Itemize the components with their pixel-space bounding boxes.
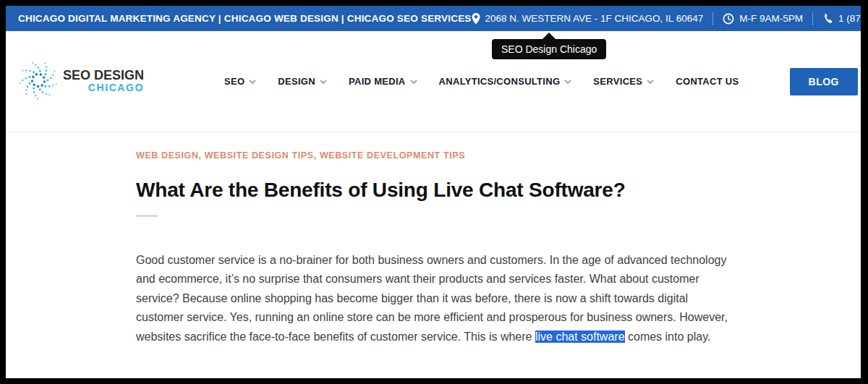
phone-icon: [822, 13, 833, 24]
nav-label: SEO: [224, 76, 244, 87]
category-link-website-development-tips[interactable]: WEBSITE DEVELOPMENT TIPS: [320, 150, 465, 161]
nav-label: CONTACT US: [676, 76, 739, 87]
topbar-address-text: 2068 N. WESTERN AVE - 1F CHICAGO, IL 606…: [485, 13, 704, 24]
logo-spiral-icon: [17, 59, 59, 104]
topbar-info-group: 2068 N. WESTERN AVE - 1F CHICAGO, IL 606…: [472, 12, 868, 25]
category-links: WEB DESIGN, WEBSITE DESIGN TIPS, WEBSITE…: [136, 150, 861, 161]
nav-item-seo[interactable]: SEO: [224, 76, 256, 87]
topbar-hours-text: M-F 9AM-5PM: [739, 13, 803, 24]
nav-label: ANALYTICS/CONSULTING: [439, 76, 561, 87]
nav-label: SERVICES: [593, 76, 642, 87]
topbar: CHICAGO DIGITAL MARKETING AGENCY | CHICA…: [6, 6, 861, 31]
topbar-phone[interactable]: 1 (872) 213-7314: [822, 13, 868, 24]
topbar-divider: [812, 12, 813, 25]
logo-line2: CHICAGO: [88, 82, 144, 93]
category-link-website-design-tips[interactable]: WEBSITE DESIGN TIPS: [205, 150, 314, 161]
article-title: What Are the Benefits of Using Live Chat…: [136, 178, 861, 202]
topbar-headline: CHICAGO DIGITAL MARKETING AGENCY | CHICA…: [18, 13, 472, 24]
nav-item-contact-us[interactable]: CONTACT US: [676, 76, 739, 87]
logo-tooltip: SEO Design Chicago: [492, 39, 606, 59]
paragraph-text-after: comes into play.: [625, 330, 711, 343]
nav-item-analytics-consulting[interactable]: ANALYTICS/CONSULTING: [439, 76, 572, 87]
category-separator: ,: [199, 150, 205, 161]
topbar-phone-text: 1 (872) 213-7314: [838, 13, 868, 24]
chevron-down-icon: [410, 80, 417, 84]
map-pin-icon: [472, 13, 480, 25]
site-logo[interactable]: SEO DESIGN CHICAGO: [17, 59, 144, 104]
category-separator: ,: [314, 150, 320, 161]
logo-text: SEO DESIGN CHICAGO: [63, 69, 144, 93]
nav-item-paid-media[interactable]: PAID MEDIA: [349, 76, 417, 87]
tooltip-arrow-icon: [542, 33, 556, 39]
topbar-divider: [712, 12, 713, 25]
clock-icon: [723, 13, 734, 25]
title-divider: [136, 215, 158, 217]
logo-line1: SEO DESIGN: [63, 69, 144, 82]
topbar-address: 2068 N. WESTERN AVE - 1F CHICAGO, IL 606…: [472, 13, 704, 25]
nav-label: DESIGN: [278, 76, 315, 87]
tooltip-text: SEO Design Chicago: [501, 43, 597, 55]
blog-button[interactable]: BLOG: [790, 68, 858, 95]
article-paragraph: Good customer service is a no-brainer fo…: [136, 251, 728, 347]
nav-item-design[interactable]: DESIGN: [278, 76, 327, 87]
chevron-down-icon: [647, 80, 654, 84]
topbar-hours: M-F 9AM-5PM: [723, 13, 803, 25]
page: CHICAGO DIGITAL MARKETING AGENCY | CHICA…: [0, 0, 868, 384]
site-header: SEO DESIGN CHICAGO SEO DESIGN PAID MEDIA…: [6, 31, 861, 132]
category-link-web-design[interactable]: WEB DESIGN: [136, 150, 199, 161]
paragraph-text-before: Good customer service is a no-brainer fo…: [136, 254, 728, 343]
live-chat-software-link[interactable]: live chat software: [535, 330, 625, 343]
nav-item-services[interactable]: SERVICES: [593, 76, 654, 87]
article-content: WEB DESIGN, WEBSITE DESIGN TIPS, WEBSITE…: [6, 132, 861, 346]
nav-label: PAID MEDIA: [349, 76, 406, 87]
chevron-down-icon: [249, 80, 256, 84]
chevron-down-icon: [320, 80, 327, 84]
main-nav: SEO DESIGN PAID MEDIA ANALYTICS/CONSULTI…: [224, 68, 858, 95]
chevron-down-icon: [564, 80, 571, 84]
